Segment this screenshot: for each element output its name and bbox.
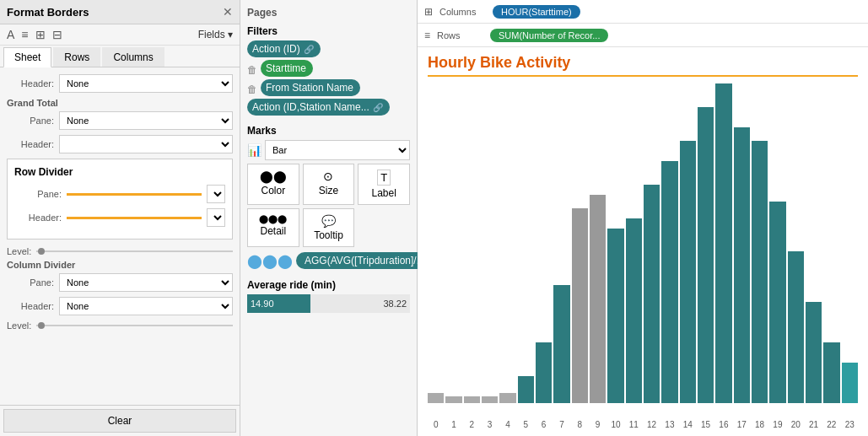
filter-row-2: 🗑 From Station Name xyxy=(247,79,410,99)
bar-14[interactable] xyxy=(680,141,696,403)
rd-pane-select[interactable]: ▼ xyxy=(207,185,225,203)
pane-label: Pane: xyxy=(7,116,54,126)
filter-pill-action-station[interactable]: Action (ID,Station Name... 🔗 xyxy=(247,99,390,116)
filter-link-icon-0: 🔗 xyxy=(304,45,314,54)
table-icon[interactable]: ⊟ xyxy=(52,28,62,41)
level-row: Level: xyxy=(7,246,233,256)
col-level-row: Level: xyxy=(7,320,233,331)
filter-pill-action-id[interactable]: Action (ID) 🔗 xyxy=(247,40,321,57)
size-icon: ⊙ xyxy=(323,170,333,183)
bar-20[interactable] xyxy=(788,251,804,403)
bar-17[interactable] xyxy=(734,127,750,403)
col-divider-header-select[interactable]: None xyxy=(59,297,233,315)
agg-row: ⬤⬤⬤ AGG(AVG([Tripduration]/. xyxy=(247,252,410,269)
rows-shelf-icon: ≡ xyxy=(424,30,430,41)
row-divider-title: Row Divider xyxy=(14,166,225,178)
columns-shelf-label: Columns xyxy=(439,7,486,17)
filter-row-3: Action (ID,Station Name... 🔗 xyxy=(247,99,410,118)
fields-button[interactable]: Fields ▾ xyxy=(198,29,233,40)
columns-shelf: ⊞ Columns HOUR(Starttime) xyxy=(418,0,868,24)
col-divider-pane-row: Pane: None xyxy=(7,273,233,292)
filter-trash-2[interactable]: 🗑 xyxy=(247,83,257,95)
marks-detail-btn[interactable]: ⬤⬤⬤ Detail xyxy=(247,208,299,247)
panel-title: Format Borders xyxy=(7,6,89,19)
tab-columns[interactable]: Columns xyxy=(102,47,164,67)
grand-total-header-select[interactable] xyxy=(59,135,233,153)
bar-18[interactable] xyxy=(752,141,768,403)
bar-9[interactable] xyxy=(590,195,606,403)
bar-13[interactable] xyxy=(661,161,677,403)
x-label-0: 0 xyxy=(428,420,444,429)
x-label-23: 23 xyxy=(842,420,858,429)
header-label: Header: xyxy=(7,78,54,89)
bar-10[interactable] xyxy=(607,229,623,403)
bar-21[interactable] xyxy=(806,302,822,403)
bar-1[interactable] xyxy=(445,396,461,403)
bar-22[interactable] xyxy=(823,342,839,403)
avg-max-value: 38.22 xyxy=(383,299,407,309)
close-icon[interactable]: ✕ xyxy=(223,5,233,19)
align-left-icon[interactable]: ≡ xyxy=(21,28,28,41)
tab-sheet[interactable]: Sheet xyxy=(3,47,51,67)
bar-7[interactable] xyxy=(553,285,569,403)
filter-label-0: Action (ID) xyxy=(252,43,300,55)
marks-detail-label: Detail xyxy=(260,225,286,237)
x-label-3: 3 xyxy=(482,420,498,429)
marks-label-btn[interactable]: T Label xyxy=(358,164,410,205)
rd-header-color xyxy=(67,217,202,219)
marks-tooltip-btn[interactable]: 💬 Tooltip xyxy=(303,208,355,247)
col-divider-pane-select[interactable]: None xyxy=(59,273,233,292)
avg-section: Average ride (min) 14.90 38.22 xyxy=(247,279,410,313)
filter-pill-starttime[interactable]: Starttime xyxy=(261,60,313,77)
x-label-17: 17 xyxy=(734,420,750,429)
avg-bar-container: 14.90 38.22 xyxy=(247,294,410,313)
row-divider-pane-row: Pane: ▼ xyxy=(14,185,225,203)
marks-color-btn[interactable]: ⬤⬤ Color xyxy=(247,164,299,205)
marks-type-select[interactable]: Bar xyxy=(265,140,410,160)
filter-trash-1[interactable]: 🗑 xyxy=(247,64,257,76)
tab-rows[interactable]: Rows xyxy=(53,47,100,67)
filter-row-0: Action (ID) 🔗 xyxy=(247,40,410,60)
bar-23[interactable] xyxy=(842,363,858,403)
rows-pill[interactable]: SUM(Number of Recor... xyxy=(490,29,608,42)
bar-5[interactable] xyxy=(518,376,534,403)
filter-label-3: Action (ID,Station Name... xyxy=(252,101,369,113)
bar-0[interactable] xyxy=(428,393,444,403)
rd-header-select[interactable]: ▼ xyxy=(207,208,225,227)
agg-pill[interactable]: AGG(AVG([Tripduration]/. xyxy=(296,252,428,269)
bar-11[interactable] xyxy=(626,218,642,403)
border-icon[interactable]: ⊞ xyxy=(35,28,46,41)
bar-2[interactable] xyxy=(464,396,480,403)
level-slider[interactable] xyxy=(36,250,233,252)
x-axis: 01234567891011121314151617181920212223 xyxy=(428,420,858,429)
bar-3[interactable] xyxy=(482,396,498,403)
bar-8[interactable] xyxy=(572,208,588,403)
bar-6[interactable] xyxy=(536,342,552,403)
marks-size-btn[interactable]: ⊙ Size xyxy=(303,164,355,205)
clear-button[interactable]: Clear xyxy=(3,409,236,433)
cd-pane-label: Pane: xyxy=(7,277,54,288)
level-label: Level: xyxy=(7,246,31,256)
bar-4[interactable] xyxy=(499,393,515,403)
columns-pill[interactable]: HOUR(Starttime) xyxy=(493,5,580,19)
bar-12[interactable] xyxy=(644,185,660,403)
bar-15[interactable] xyxy=(698,107,714,403)
marks-type-row: 📊 Bar xyxy=(247,140,410,160)
x-label-9: 9 xyxy=(590,420,606,429)
chart-area: Hourly Bike Activity 0123456789101112131… xyxy=(418,47,868,436)
column-divider-label: Column Divider xyxy=(7,260,233,270)
agg-label: AGG(AVG([Tripduration]/. xyxy=(305,255,419,266)
header-select[interactable]: None xyxy=(59,74,233,93)
grand-total-pane-select[interactable]: None xyxy=(59,111,233,130)
bar-chart-icon: 📊 xyxy=(247,143,261,157)
col-level-slider[interactable] xyxy=(36,325,233,326)
bar-16[interactable] xyxy=(715,83,731,403)
chart-title-underline xyxy=(428,75,858,77)
format-borders-panel: Format Borders ✕ A ≡ ⊞ ⊟ Fields ▾ Sheet … xyxy=(0,0,240,436)
font-a-icon[interactable]: A xyxy=(7,28,14,41)
bar-19[interactable] xyxy=(769,202,785,403)
rd-pane-label: Pane: xyxy=(14,189,62,199)
level-thumb xyxy=(38,248,45,255)
filter-pill-from-station[interactable]: From Station Name xyxy=(261,79,360,96)
col-level-label: Level: xyxy=(7,320,31,331)
